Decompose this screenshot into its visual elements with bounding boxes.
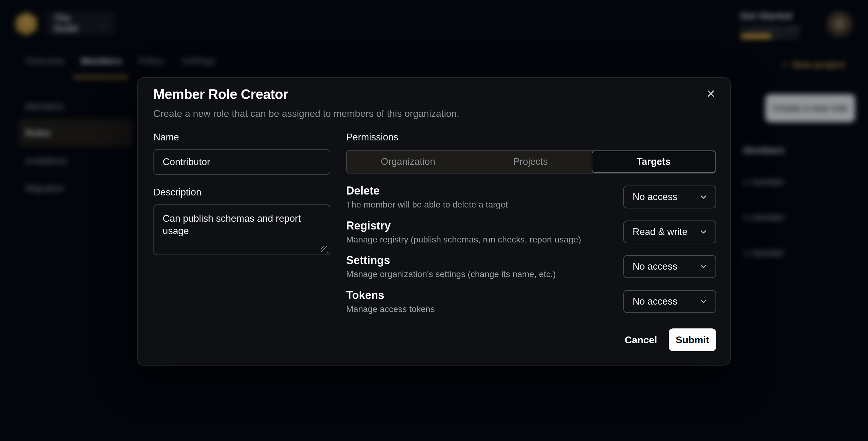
chevron-down-icon [699,227,708,237]
registry-access-select[interactable]: Read & write [623,220,716,243]
chevron-down-icon [699,262,708,271]
name-input[interactable]: Contributor [153,149,330,175]
tab-projects[interactable]: Projects [469,151,592,173]
permission-description: Manage access tokens [346,304,435,314]
permission-title: Registry [346,219,391,232]
submit-button[interactable]: Submit [669,328,716,351]
description-value: Can publish schemas and report usage [163,213,301,236]
name-value: Contributor [163,156,210,168]
permission-row-delete: Delete The member will be able to delete… [346,186,716,209]
member-role-creator-dialog: Member Role Creator Create a new role th… [137,77,731,366]
description-label: Description [153,187,202,198]
permission-title: Tokens [346,289,384,302]
select-value: No access [632,261,677,272]
delete-access-select[interactable]: No access [623,186,716,209]
permission-description: Manage organization's settings (change i… [346,270,556,279]
tokens-access-select[interactable]: No access [623,290,716,313]
close-icon[interactable]: ✕ [703,86,719,102]
permission-row-registry: Registry Manage registry (publish schema… [346,220,716,243]
select-value: No access [632,296,677,307]
permissions-tabs: Organization Projects Targets [346,150,716,174]
name-label: Name [153,132,179,143]
permission-row-settings: Settings Manage organization's settings … [346,255,716,278]
description-textarea[interactable]: Can publish schemas and report usage [153,204,330,255]
permission-description: Manage registry (publish schemas, run ch… [346,235,581,245]
chevron-down-icon [699,297,708,306]
permission-row-tokens: Tokens Manage access tokens No access [346,290,716,313]
app-window: The Guild ⌄ Overview Members Policy Sett… [0,0,868,441]
select-value: Read & write [632,226,687,238]
settings-access-select[interactable]: No access [623,255,716,278]
permission-description: The member will be able to delete a targ… [346,200,508,210]
chevron-down-icon [699,192,708,202]
permissions-label: Permissions [346,132,398,143]
tab-targets[interactable]: Targets [592,151,715,173]
permission-title: Delete [346,184,379,197]
select-value: No access [632,191,677,202]
dialog-subtitle: Create a new role that can be assigned t… [153,108,459,119]
permission-title: Settings [346,254,390,267]
tab-organization[interactable]: Organization [347,151,469,173]
dialog-title: Member Role Creator [153,87,288,102]
cancel-button[interactable]: Cancel [619,328,662,351]
